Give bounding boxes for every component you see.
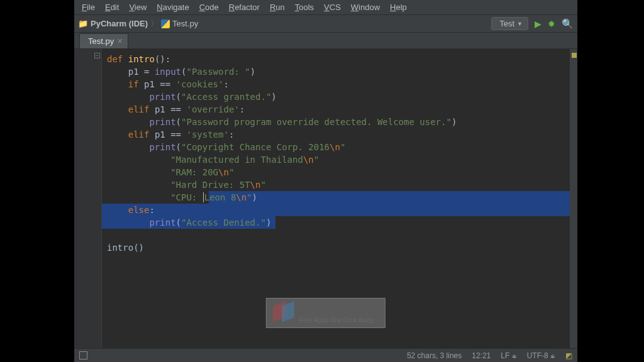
run-config-label: Test [499,19,514,28]
menu-item-view[interactable]: View [124,1,152,14]
fold-handle-icon[interactable]: − [94,53,100,58]
menu-item-navigate[interactable]: Navigate [152,1,194,14]
scroll-track[interactable] [570,49,577,348]
scroll-marker [572,53,577,58]
folder-icon: 📁 [78,19,88,28]
watermark-logo-icon [273,304,294,325]
selection-info: 52 chars, 3 lines [407,351,462,360]
search-button[interactable]: 🔍 [562,18,574,30]
menu-bar: FileEditViewNavigateCodeRefactorRunTools… [74,0,577,15]
line-separator[interactable]: LF ≑ [501,351,516,360]
close-tab-icon[interactable]: ✕ [117,37,123,45]
breadcrumb-file: Test.py [172,19,198,28]
menu-item-file[interactable]: File [77,1,100,14]
tab-label: Test.py [88,36,114,46]
menu-item-window[interactable]: Window [346,1,385,14]
menu-item-vcs[interactable]: VCS [319,1,346,14]
file-encoding[interactable]: UTF-8 ≑ [527,351,555,360]
menu-item-tools[interactable]: Tools [290,1,319,14]
watermark: ALL PC World Free Apps One Click Away [266,298,386,328]
editor-tab-bar: Test.py ✕ [74,33,577,49]
menu-item-help[interactable]: Help [385,1,412,14]
run-button[interactable]: ▶ [535,19,541,29]
menu-item-edit[interactable]: Edit [100,1,124,14]
breadcrumb[interactable]: 📁 PyCharm (IDE) 〉 Test.py [78,18,198,30]
run-configuration-selector[interactable]: Test ▼ [491,17,528,30]
chevron-down-icon: ▼ [517,21,523,27]
editor-tab[interactable]: Test.py ✕ [79,33,128,48]
ide-window: FileEditViewNavigateCodeRefactorRunTools… [74,0,577,362]
watermark-title: ALL PC World [299,304,375,317]
menu-item-run[interactable]: Run [265,1,290,14]
navigation-bar: 📁 PyCharm (IDE) 〉 Test.py Test ▼ ▶ ✸ 🔍 [74,15,577,33]
python-file-icon [161,19,170,28]
watermark-subtitle: Free Apps One Click Away [299,317,375,324]
tool-window-toggle-icon[interactable] [79,351,87,359]
gutter[interactable]: − [74,49,102,348]
breadcrumb-project: PyCharm (IDE) [91,19,148,28]
menu-item-code[interactable]: Code [194,1,224,14]
inspection-indicator-icon[interactable]: ◩ [565,351,572,360]
breadcrumb-separator: 〉 [150,18,158,30]
debug-button[interactable]: ✸ [548,19,555,29]
status-bar: 52 chars, 3 lines 12:21 LF ≑ UTF-8 ≑ ◩ [74,348,577,362]
cursor-position[interactable]: 12:21 [472,351,491,360]
menu-item-refactor[interactable]: Refactor [224,1,265,14]
